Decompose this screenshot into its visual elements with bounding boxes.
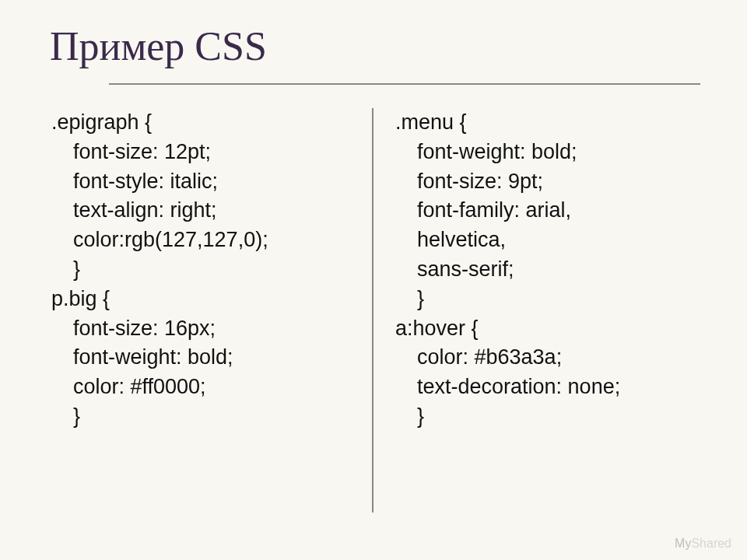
code-line: font-size: 16px; xyxy=(51,314,356,344)
code-line: } xyxy=(51,402,356,432)
code-line: font-family: arial, xyxy=(395,196,700,226)
code-line: } xyxy=(51,255,356,285)
code-line: a:hover { xyxy=(395,314,700,344)
code-line: text-decoration: none; xyxy=(395,373,700,402)
code-line: font-style: italic; xyxy=(51,167,356,197)
css-code-right: .menu { font-weight: bold; font-size: 9p… xyxy=(395,108,700,432)
footer-shared: Shared xyxy=(691,537,731,550)
code-line: font-weight: bold; xyxy=(395,138,700,167)
code-line: color:rgb(127,127,0); xyxy=(51,226,356,255)
code-line: } xyxy=(395,285,700,314)
right-column: .menu { font-weight: bold; font-size: 9p… xyxy=(374,108,708,513)
code-line: } xyxy=(395,402,700,432)
code-line: font-size: 9pt; xyxy=(395,167,700,197)
footer-watermark: MyShared xyxy=(675,537,731,551)
code-line: text-align: right; xyxy=(51,196,356,226)
footer-my: My xyxy=(675,537,691,550)
code-line: p.big { xyxy=(51,285,356,314)
left-column: .epigraph { font-size: 12pt; font-style:… xyxy=(44,108,374,513)
code-line: color: #b63a3a; xyxy=(395,343,700,373)
code-line: .menu { xyxy=(395,108,700,138)
css-code-left: .epigraph { font-size: 12pt; font-style:… xyxy=(51,108,356,432)
code-line: .epigraph { xyxy=(51,108,356,138)
slide-container: Пример CSS .epigraph { font-size: 12pt; … xyxy=(0,0,747,560)
code-line: font-weight: bold; xyxy=(51,343,356,373)
code-line: sans-serif; xyxy=(395,255,700,285)
title-underline xyxy=(109,83,700,85)
code-line: helvetica, xyxy=(395,226,700,255)
code-line: font-size: 12pt; xyxy=(51,138,356,167)
slide-title: Пример CSS xyxy=(39,23,708,69)
code-line: color: #ff0000; xyxy=(51,373,356,402)
content-columns: .epigraph { font-size: 12pt; font-style:… xyxy=(39,108,708,513)
